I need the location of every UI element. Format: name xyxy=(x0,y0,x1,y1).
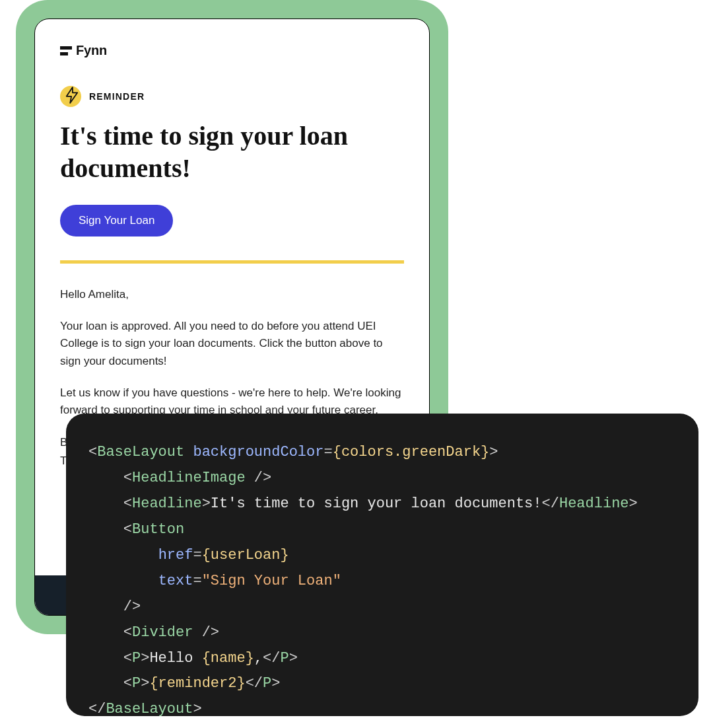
code-indent xyxy=(88,470,123,486)
code-token: backgroundColor xyxy=(193,444,323,460)
bolt-icon xyxy=(60,86,81,107)
code-token: </ xyxy=(246,675,263,692)
code-token: > xyxy=(193,701,201,716)
email-headline: It's time to sign your loan documents! xyxy=(60,120,390,185)
code-token: </ xyxy=(263,650,280,667)
code-token: Button xyxy=(132,521,184,538)
code-indent xyxy=(88,547,158,564)
code-token: /> xyxy=(123,599,141,615)
code-token: "Sign Your Loan" xyxy=(202,573,341,589)
code-token: Divider xyxy=(132,624,193,641)
brand-row: Fynn xyxy=(60,43,404,58)
code-indent xyxy=(88,650,123,667)
code-token: > xyxy=(141,675,149,692)
code-token: /> xyxy=(193,624,219,641)
code-token: {reminder2} xyxy=(149,675,245,692)
code-token: < xyxy=(123,521,132,538)
code-token: > xyxy=(202,495,211,512)
code-block: <BaseLayout backgroundColor={colors.gree… xyxy=(88,440,676,716)
code-token: /> xyxy=(246,470,272,486)
code-token: > xyxy=(141,650,149,667)
email-greeting: Hello Amelita, xyxy=(60,286,404,303)
code-token: = xyxy=(193,547,201,564)
code-token: = xyxy=(193,573,201,589)
code-token: {colors.greenDark} xyxy=(333,444,490,460)
code-token: P xyxy=(263,675,271,692)
code-indent xyxy=(88,521,123,538)
code-token: Headline xyxy=(559,495,629,512)
code-token: P xyxy=(280,650,289,667)
code-token: It's time to sign your loan documents! xyxy=(211,495,542,512)
code-token: </ xyxy=(88,701,106,716)
reminder-badge-row: REMINDER xyxy=(60,86,404,107)
code-token: HeadlineImage xyxy=(132,470,246,486)
code-token: < xyxy=(123,675,132,692)
code-token: > xyxy=(271,675,280,692)
code-token: < xyxy=(88,444,97,460)
code-indent xyxy=(88,624,123,641)
code-token: BaseLayout xyxy=(97,444,184,460)
brand-name: Fynn xyxy=(76,43,107,58)
sign-loan-button[interactable]: Sign Your Loan xyxy=(60,205,173,237)
code-token: < xyxy=(123,495,132,512)
code-panel: <BaseLayout backgroundColor={colors.gree… xyxy=(66,414,698,716)
code-token xyxy=(184,444,193,460)
brand-logo-icon xyxy=(60,46,72,55)
code-token: < xyxy=(123,470,132,486)
code-token: {userLoan} xyxy=(202,547,289,564)
code-indent xyxy=(88,573,158,589)
code-token: > xyxy=(289,650,298,667)
code-token: < xyxy=(123,650,132,667)
code-token: > xyxy=(629,495,638,512)
code-indent xyxy=(88,495,123,512)
divider xyxy=(60,260,404,264)
code-token: </ xyxy=(542,495,559,512)
code-token: text xyxy=(158,573,193,589)
code-token: < xyxy=(123,624,132,641)
code-token: > xyxy=(489,444,498,460)
code-token: , xyxy=(254,650,263,667)
code-indent xyxy=(88,599,123,615)
email-paragraph-1: Your loan is approved. All you need to d… xyxy=(60,318,404,370)
reminder-label: REMINDER xyxy=(89,91,145,102)
code-token: P xyxy=(132,675,141,692)
code-token: Headline xyxy=(132,495,202,512)
code-token: Hello xyxy=(149,650,201,667)
code-token: {name} xyxy=(202,650,254,667)
code-token: P xyxy=(132,650,141,667)
code-token: = xyxy=(323,444,332,460)
code-indent xyxy=(88,675,123,692)
code-token: href xyxy=(158,547,193,564)
code-token: BaseLayout xyxy=(106,701,193,716)
